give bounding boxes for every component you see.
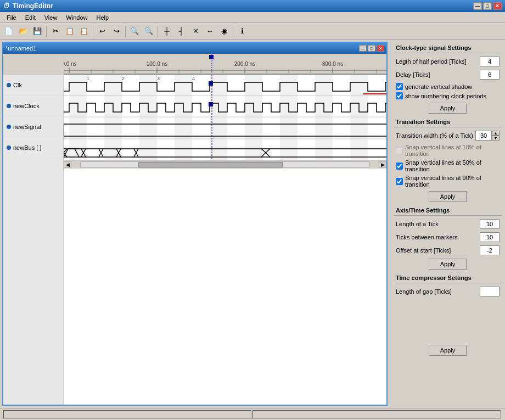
newclock-label: newClock	[13, 103, 40, 109]
resize-button[interactable]: ↔	[203, 25, 216, 38]
title-bar-controls: — □ ✕	[473, 2, 502, 10]
svg-text:300.0 ns: 300.0 ns	[322, 61, 343, 67]
menu-window[interactable]: Window	[61, 13, 92, 22]
transition-apply-button[interactable]: Apply	[429, 191, 467, 202]
newbus-dot	[7, 145, 11, 150]
snap-50-checkbox[interactable]	[396, 163, 403, 170]
generate-shadow-checkbox[interactable]	[396, 83, 403, 90]
newsignal-label: newSignal	[13, 124, 41, 130]
app-title: TimingEditor	[13, 2, 53, 10]
snap-90-label: Snap vertical lines at 90% of transition	[405, 175, 500, 188]
show-numbering-checkbox[interactable]	[396, 92, 403, 99]
svg-text:100.0 ns: 100.0 ns	[147, 61, 167, 67]
snap-90-checkbox[interactable]	[396, 178, 403, 185]
cursor2-button[interactable]: ┤	[175, 25, 188, 38]
cut-button[interactable]: ✂	[49, 25, 62, 38]
status-panel-1	[3, 410, 251, 419]
toolbar-sep-2	[93, 26, 93, 37]
copy-button[interactable]: 📋	[63, 25, 76, 38]
info-button[interactable]: ℹ	[235, 25, 249, 38]
inner-window: *unnamed1 — □ ✕ Clk	[2, 42, 388, 406]
signal-row-clk: Clk	[3, 75, 63, 96]
save-button[interactable]: 💾	[31, 25, 44, 38]
close-button[interactable]: ✕	[493, 2, 502, 10]
offset-input[interactable]	[480, 245, 500, 255]
title-bar-left: ⏱ TimingEditor	[3, 2, 53, 10]
waveform-scroll[interactable]: 0.0 ns 100.0 ns 200.0 ns 300.0 ns	[64, 54, 386, 405]
status-panel-2	[252, 410, 501, 419]
inner-maximize-button[interactable]: □	[368, 45, 375, 52]
show-numbering-row: show numbering clock periods	[394, 91, 502, 100]
half-period-row: Legth of half period [Ticks]	[394, 55, 502, 68]
menu-view[interactable]: View	[40, 13, 62, 22]
half-period-input[interactable]	[480, 57, 500, 66]
snap-90-row: Snap vertical lines at 90% of transition	[394, 173, 502, 189]
clk-label: Clk	[13, 82, 22, 88]
ticks-between-input[interactable]	[480, 232, 500, 242]
zoom-in-button[interactable]: 🔍	[128, 25, 141, 38]
scroll-left-button[interactable]: ◀	[64, 161, 71, 168]
delay-label: Delay [Ticks]	[396, 71, 480, 78]
paste-button[interactable]: 📋	[77, 25, 91, 38]
transition-section-title: Transition Settings	[394, 117, 502, 127]
scrollbar-thumb[interactable]	[138, 162, 283, 167]
compressor-apply-button[interactable]: Apply	[429, 345, 467, 356]
svg-rect-38	[209, 102, 213, 107]
toolbar-sep-5	[233, 26, 233, 37]
open-button[interactable]: 📂	[16, 25, 30, 38]
snap-50-label: Snap vertical lines at 50% of transition	[405, 159, 500, 172]
delay-input[interactable]	[480, 70, 500, 80]
undo-button[interactable]: ↩	[96, 25, 109, 38]
ticks-between-label: Ticks between markers	[396, 234, 480, 240]
tick-length-input[interactable]	[480, 219, 500, 229]
compressor-settings-section: Time compressor Settings Length of gap […	[394, 273, 502, 356]
ticks-between-row: Ticks between markers	[394, 231, 502, 243]
signal-area: Clk newClock newSignal newBus [ ]	[3, 54, 386, 405]
clock-apply-button[interactable]: Apply	[429, 103, 467, 114]
transition-width-input[interactable]	[475, 131, 492, 141]
menu-file[interactable]: File	[2, 13, 21, 22]
scrollbar-track[interactable]	[80, 161, 370, 168]
transition-width-row: Transition width (% of a Tick) ▲ ▼	[394, 130, 502, 142]
menu-edit[interactable]: Edit	[21, 13, 40, 22]
half-period-label: Legth of half period [Ticks]	[396, 58, 480, 65]
app-icon: ⏱	[3, 2, 10, 10]
tick-length-row: Length of a Tick	[394, 218, 502, 230]
redo-button[interactable]: ↪	[110, 25, 123, 38]
svg-text:200.0 ns: 200.0 ns	[234, 61, 255, 67]
snap-10-checkbox	[396, 147, 403, 154]
toolbar: 📄 📂 💾 ✂ 📋 📋 ↩ ↪ 🔍 🔍 ┼ ┤ ✕ ↔ ◉ ℹ	[0, 23, 505, 40]
svg-text:1: 1	[87, 76, 89, 81]
clock-section-title: Clock-type signal Settings	[394, 43, 502, 53]
axis-apply-button[interactable]: Apply	[429, 259, 467, 270]
axis-section-title: Axis/Time Settings	[394, 205, 502, 216]
timeline-header: 0.0 ns 100.0 ns 200.0 ns 300.0 ns	[64, 54, 386, 75]
marker-button[interactable]: ◉	[217, 25, 231, 38]
generate-shadow-label: generate vertical shadow	[405, 83, 472, 90]
scroll-right-button[interactable]: ▶	[379, 161, 386, 168]
snap-10-row: Snap vertical lines at 10% of transition	[394, 143, 502, 158]
new-button[interactable]: 📄	[2, 25, 15, 38]
generate-shadow-row: generate vertical shadow	[394, 82, 502, 91]
right-panel: Clock-type signal Settings Legth of half…	[390, 40, 505, 408]
scroll-area[interactable]: ◀ ▶	[64, 160, 386, 169]
newbus-label: newBus [ ]	[13, 144, 41, 151]
minimize-button[interactable]: —	[473, 2, 482, 10]
maximize-button[interactable]: □	[483, 2, 492, 10]
inner-window-title: *unnamed1	[5, 45, 36, 52]
gap-label: Length of gap [Ticks]	[396, 288, 480, 295]
inner-close-button[interactable]: ✕	[377, 45, 384, 52]
spin-up-button[interactable]: ▲	[492, 131, 500, 136]
gap-input[interactable]	[480, 287, 500, 296]
delete-button[interactable]: ✕	[189, 25, 202, 38]
axis-settings-section: Axis/Time Settings Length of a Tick Tick…	[394, 205, 502, 270]
svg-text:3: 3	[157, 76, 160, 81]
timeline-marker-dot	[209, 55, 214, 59]
inner-title-bar: *unnamed1 — □ ✕	[3, 43, 386, 54]
spin-down-button[interactable]: ▼	[492, 136, 500, 141]
title-bar: ⏱ TimingEditor — □ ✕	[0, 0, 505, 12]
inner-minimize-button[interactable]: —	[359, 45, 367, 52]
zoom-out-button[interactable]: 🔍	[142, 25, 155, 38]
cursor-button[interactable]: ┼	[160, 25, 173, 38]
menu-help[interactable]: Help	[92, 13, 113, 22]
